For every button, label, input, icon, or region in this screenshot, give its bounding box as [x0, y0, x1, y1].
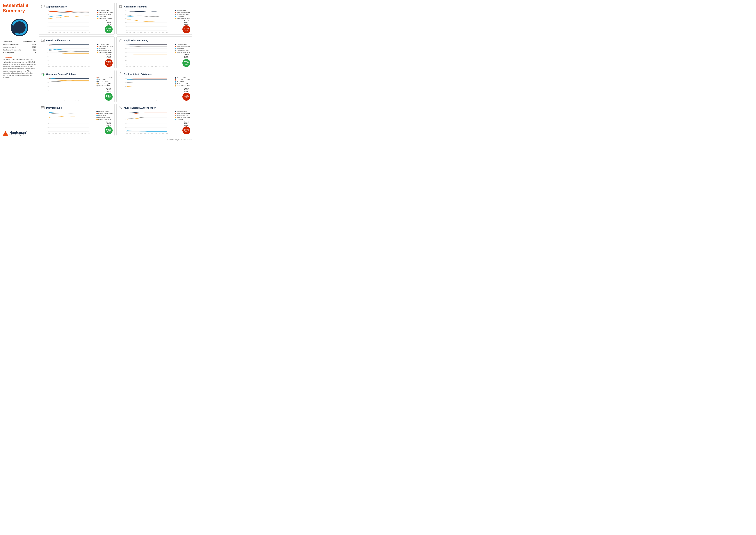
legend-dot — [175, 16, 176, 17]
score-label: CurrentMonthScore: — [105, 54, 113, 59]
legend-item: Internal Servers 100% — [96, 77, 113, 79]
svg-text:Mar: Mar — [55, 133, 57, 134]
svg-text:Jun: Jun — [144, 133, 146, 134]
legend-dot — [175, 83, 176, 84]
svg-text:60: 60 — [47, 52, 49, 53]
legend-dot — [175, 113, 176, 114]
svg-text:80: 80 — [47, 14, 49, 15]
donut-center-text: OVERALLSCORE 80% — [15, 24, 24, 31]
svg-text:Apr: Apr — [59, 32, 61, 33]
legend-label: Workstations 80% — [177, 83, 188, 85]
svg-text:Jun: Jun — [67, 32, 68, 33]
legend-label: Internal Servers 96% — [177, 113, 190, 114]
score-box: CurrentMonthScore: 84% ▼ 2% — [182, 88, 190, 101]
chart-card-mfa: Multi-Factored Authentication 1008060402… — [117, 104, 192, 136]
card-title: Restrict Admin Privileges — [124, 73, 151, 75]
comments-text: Cloud Multi Factor Authentication is sti… — [3, 59, 36, 79]
card-title: Application Control — [46, 5, 68, 8]
legend-item: Workstations 73% — [175, 115, 190, 116]
score-box: CurrentMonthScore: 87% ▲ 2% — [182, 54, 190, 67]
legend-items: Protected 100% Internal Servers 98% Work… — [97, 10, 113, 20]
svg-text:May: May — [140, 66, 143, 67]
legend-item: Internet Facing 80% — [96, 119, 113, 120]
svg-text:40: 40 — [47, 89, 49, 91]
chart-card-os-patching: Operating System Patching 100806040200 J… — [39, 70, 115, 102]
legend-dot — [97, 45, 98, 47]
svg-text:Nov: Nov — [162, 133, 164, 134]
legend-label: Protected 100% — [98, 111, 109, 112]
legend-dot — [175, 43, 176, 45]
legend-dot — [97, 43, 98, 45]
card-header: Operating System Patching — [41, 72, 113, 76]
svg-text:40: 40 — [125, 123, 126, 125]
svg-text:Dec: Dec — [88, 32, 90, 33]
legend-label: Protected 93% — [177, 77, 186, 79]
stat-label: Users monitored — [3, 46, 22, 48]
legend-items: Protected 100% Internal Servers 99% Clou… — [175, 43, 190, 53]
chart-wrapper: 100806040200 JanFebMarAprMayJunJulAugSep… — [119, 111, 172, 134]
svg-text:Mar: Mar — [133, 99, 135, 101]
svg-rect-54 — [41, 39, 44, 42]
svg-text:Jun: Jun — [144, 66, 146, 67]
legend-item: Protected 99% — [96, 81, 113, 83]
svg-text:20: 20 — [47, 26, 49, 27]
legend-dot — [175, 119, 176, 120]
svg-text:40: 40 — [47, 123, 49, 125]
chart-wrapper: 100806040200 JanFebMarAprMayJunJulAugSep… — [119, 10, 172, 33]
svg-text:Jul: Jul — [70, 133, 72, 134]
overall-label: OVERALLSCORE — [15, 24, 24, 27]
legend-item: Cloud 95% — [175, 81, 190, 83]
legend-item: Internal Servers 89% — [175, 12, 190, 13]
svg-text:Aug: Aug — [74, 66, 76, 67]
card-header: Application Patching — [119, 4, 190, 9]
card-header: Restrict Admin Privileges — [119, 72, 190, 76]
legend-label: Internet Facing 75% — [99, 17, 112, 19]
svg-text:Aug: Aug — [74, 32, 76, 33]
legend-item: Workstations 91% — [175, 49, 190, 51]
legend-item: Cloud 0% — [175, 119, 190, 120]
donut-container: OVERALLSCORE 80% — [3, 17, 36, 38]
legend-item: Internet Facing 44% — [175, 17, 190, 19]
legend-item: Internet Facing 89% — [96, 83, 113, 85]
stat-label: Date issued — [3, 40, 22, 43]
score-change: NC — [185, 131, 187, 132]
card-icon-key — [119, 105, 123, 110]
stat-value: December 2019 — [22, 40, 36, 43]
svg-text:Sep: Sep — [155, 32, 157, 33]
chart-card-app-control: Application Control 100806040200 JanFebM… — [39, 3, 115, 35]
svg-text:80: 80 — [125, 115, 126, 117]
svg-rect-164 — [41, 106, 44, 109]
legend-dot — [175, 77, 176, 78]
score-pct: 95% — [106, 128, 111, 131]
svg-text:Feb: Feb — [129, 99, 131, 101]
legend-items: Internal Servers 100% Cloud 100% Protect… — [96, 77, 113, 87]
svg-text:Aug: Aug — [151, 133, 153, 134]
chart-legend-score: Internal Servers 100% Cloud 100% Protect… — [96, 77, 113, 101]
score-label: CurrentMonthScore: — [182, 54, 190, 59]
card-body: 100806040200 JanFebMarAprMayJunJulAugSep… — [41, 10, 113, 33]
svg-point-166 — [42, 108, 42, 108]
svg-text:Feb: Feb — [52, 99, 54, 101]
svg-text:Nov: Nov — [162, 66, 164, 67]
chart-card-restrict-macros: Restrict Office Macros 100806040200 JanF… — [39, 37, 115, 68]
svg-text:Aug: Aug — [74, 133, 76, 134]
svg-text:0: 0 — [126, 131, 126, 132]
svg-text:Mar: Mar — [133, 32, 135, 33]
svg-text:May: May — [63, 99, 65, 101]
svg-text:100: 100 — [125, 10, 126, 12]
svg-text:80: 80 — [125, 82, 126, 83]
svg-text:Jun: Jun — [67, 133, 68, 134]
stat-row: Total monthly incidents325 — [3, 48, 36, 51]
main-layout: Essential 8Summary OVERALLSCORE 80% Date… — [0, 0, 195, 138]
footer-bar: © 2019 Tier-3 Pty Ltd. All rights reserv… — [0, 138, 195, 142]
legend-dot — [175, 79, 176, 80]
svg-text:Oct: Oct — [81, 66, 83, 67]
card-title: Application Patching — [124, 5, 147, 8]
legend-dot — [97, 18, 98, 19]
card-icon-backup — [41, 105, 45, 110]
footer-text: © 2019 Tier-3 Pty Ltd. All rights reserv… — [167, 139, 192, 141]
svg-text:0: 0 — [48, 131, 49, 132]
main-title: Essential 8Summary — [3, 3, 36, 14]
svg-text:Dec: Dec — [166, 99, 168, 101]
svg-text:20: 20 — [47, 127, 49, 128]
